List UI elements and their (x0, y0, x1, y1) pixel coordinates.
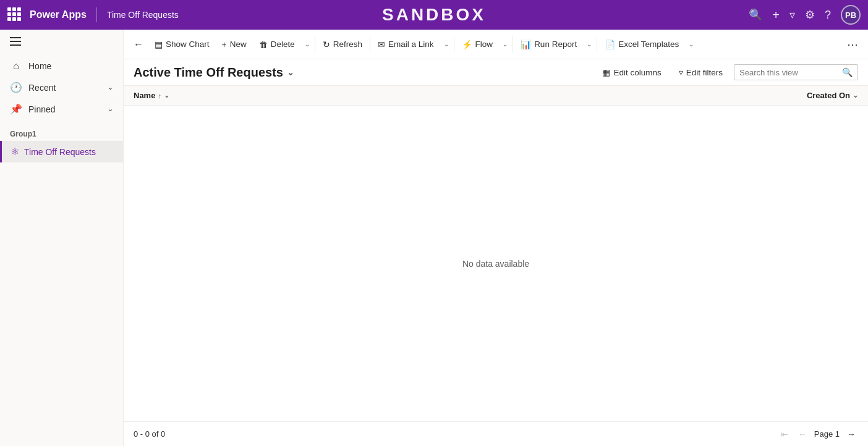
sidebar-home-label: Home (28, 61, 51, 71)
excel-chevron-icon: ⌄ (689, 41, 694, 48)
email-icon: ✉ (378, 40, 385, 49)
next-page-button[interactable]: → (845, 427, 858, 442)
sidebar-nav: ⌂ Home 🕐 Recent ⌄ 📌 Pinned ⌄ (0, 53, 123, 122)
delete-button[interactable]: 🗑 Delete (253, 33, 301, 56)
first-page-button[interactable]: ⇤ (778, 427, 791, 442)
sidebar: ⌂ Home 🕐 Recent ⌄ 📌 Pinned ⌄ Group1 ⚛ Ti… (0, 30, 124, 446)
email-link-label: Email a Link (388, 40, 434, 49)
pagination: ⇤ ← Page 1 → (778, 427, 858, 442)
flow-label: Flow (475, 40, 493, 49)
grid-header: Name ↑ ⌄ Created On ⌄ (124, 86, 868, 106)
sidebar-item-home[interactable]: ⌂ Home (0, 56, 123, 77)
show-chart-button[interactable]: ▤ Show Chart (148, 33, 216, 56)
search-topbar-button[interactable]: 🔍 (749, 8, 762, 22)
email-chevron-icon: ⌄ (444, 41, 449, 48)
edit-filters-label: Edit filters (686, 68, 723, 77)
pinned-chevron-icon: ⌄ (108, 105, 113, 113)
delete-chevron-icon: ⌄ (305, 41, 310, 48)
settings-topbar-button[interactable]: ⚙ (805, 8, 815, 22)
edit-filters-button[interactable]: ▿ Edit filters (673, 64, 729, 80)
view-title-text: Active Time Off Requests (134, 65, 283, 80)
view-header: Active Time Off Requests ⌄ ▦ Edit column… (124, 59, 868, 86)
main-content: ← ▤ Show Chart + New 🗑 Delete ⌄ ↻ Refres… (124, 30, 868, 446)
refresh-button[interactable]: ↻ Refresh (317, 33, 368, 56)
help-topbar-button[interactable]: ? (825, 9, 831, 22)
run-report-dropdown-button[interactable]: ⌄ (583, 33, 595, 56)
cmd-separator-5 (597, 36, 597, 53)
show-chart-label: Show Chart (166, 40, 210, 49)
sidebar-recent-label: Recent (28, 83, 56, 93)
view-title-chevron-icon: ⌄ (287, 67, 294, 77)
sidebar-entity-label: Time Off Requests (24, 147, 96, 157)
topbar-separator (96, 7, 97, 22)
created-on-col-label: Created On (807, 91, 850, 100)
name-sort-dropdown-icon: ⌄ (164, 91, 169, 99)
avatar[interactable]: PB (841, 5, 861, 25)
delete-icon: 🗑 (259, 40, 268, 49)
filter-topbar-button[interactable]: ▿ (789, 8, 795, 22)
topbar-page-title: Time Off Requests (107, 10, 179, 20)
sidebar-item-recent[interactable]: 🕐 Recent ⌄ (0, 77, 123, 98)
search-input[interactable] (739, 68, 838, 77)
sidebar-hamburger[interactable] (0, 30, 123, 53)
sidebar-item-pinned[interactable]: 📌 Pinned ⌄ (0, 98, 123, 120)
new-button[interactable]: + New (216, 33, 253, 56)
run-report-button[interactable]: 📊 Run Report (514, 33, 583, 56)
filter-icon: ▿ (679, 67, 683, 77)
app-name[interactable]: Power Apps (30, 9, 87, 20)
run-report-chevron-icon: ⌄ (587, 41, 592, 48)
name-sort-asc-icon: ↑ (158, 92, 161, 99)
page-label: Page 1 (814, 429, 840, 439)
more-commands-button[interactable]: ⋯ (842, 38, 863, 51)
flow-button[interactable]: ⚡ Flow (456, 33, 500, 56)
excel-templates-dropdown-button[interactable]: ⌄ (685, 33, 697, 56)
topbar: Power Apps Time Off Requests SANDBOX 🔍 +… (0, 0, 868, 30)
layout: ⌂ Home 🕐 Recent ⌄ 📌 Pinned ⌄ Group1 ⚛ Ti… (0, 30, 868, 446)
search-icon[interactable]: 🔍 (842, 67, 853, 77)
edit-columns-label: Edit columns (613, 68, 661, 77)
grid-footer: 0 - 0 of 0 ⇤ ← Page 1 → (124, 421, 868, 446)
sidebar-item-time-off-requests[interactable]: ⚛ Time Off Requests (0, 141, 123, 162)
cmd-separator-4 (513, 36, 513, 53)
no-data-label: No data available (462, 259, 529, 269)
delete-dropdown-button[interactable]: ⌄ (301, 33, 313, 56)
pinned-icon: 📌 (10, 103, 22, 115)
search-box: 🔍 (734, 64, 858, 80)
app-grid-icon[interactable] (7, 7, 22, 22)
run-report-label: Run Report (534, 40, 577, 49)
recent-icon: 🕐 (10, 82, 22, 93)
hamburger-lines-icon (10, 37, 21, 46)
sandbox-label: SANDBOX (382, 5, 486, 25)
record-count: 0 - 0 of 0 (134, 429, 165, 439)
flow-chevron-icon: ⌄ (503, 41, 508, 48)
command-bar: ← ▤ Show Chart + New 🗑 Delete ⌄ ↻ Refres… (124, 30, 868, 59)
refresh-icon: ↻ (323, 40, 330, 49)
refresh-label: Refresh (333, 40, 362, 49)
add-topbar-button[interactable]: + (772, 8, 780, 22)
grid-body: No data available (124, 106, 868, 421)
back-button[interactable]: ← (129, 33, 148, 56)
report-icon: 📊 (521, 40, 531, 49)
recent-chevron-icon: ⌄ (108, 83, 113, 91)
excel-icon: 📄 (605, 40, 615, 49)
created-on-sort-icon: ⌄ (853, 91, 858, 99)
home-icon: ⌂ (10, 61, 22, 72)
view-title[interactable]: Active Time Off Requests ⌄ (134, 65, 294, 80)
flow-dropdown-button[interactable]: ⌄ (499, 33, 511, 56)
email-link-button[interactable]: ✉ Email a Link (372, 33, 440, 56)
excel-templates-button[interactable]: 📄 Excel Templates (598, 33, 685, 56)
cmd-separator-1 (315, 36, 315, 53)
new-label: New (230, 40, 247, 49)
chart-icon: ▤ (155, 40, 163, 49)
edit-columns-icon: ▦ (602, 67, 610, 77)
email-link-dropdown-button[interactable]: ⌄ (440, 33, 453, 56)
name-col-label: Name (134, 91, 155, 100)
cmd-separator-2 (370, 36, 370, 53)
new-icon: + (222, 40, 227, 49)
edit-columns-button[interactable]: ▦ Edit columns (596, 64, 667, 80)
delete-label: Delete (271, 40, 295, 49)
prev-page-button[interactable]: ← (796, 427, 809, 442)
created-on-column-header[interactable]: Created On ⌄ (807, 91, 858, 100)
name-column-header[interactable]: Name ↑ ⌄ (134, 91, 169, 100)
sidebar-group-label: Group1 (0, 122, 123, 141)
